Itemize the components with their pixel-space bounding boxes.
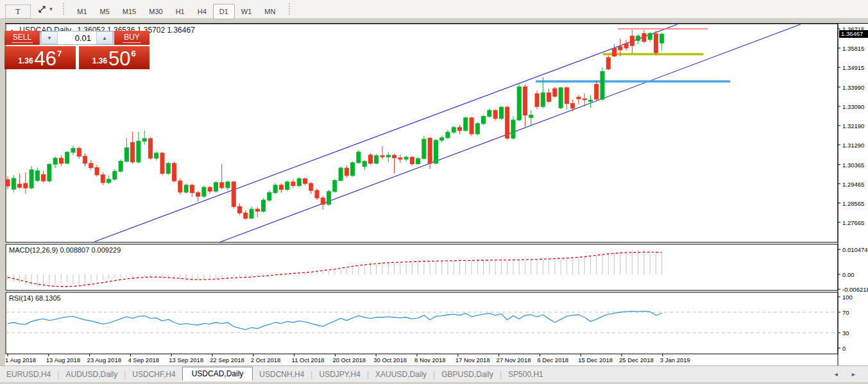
date-axis-label: 11 Oct 2018 (292, 356, 325, 363)
date-axis-label: 13 Aug 2018 (46, 356, 80, 363)
date-axis-label: 23 Aug 2018 (87, 356, 121, 363)
sell-price-panel[interactable]: 1.36 46 7 (4, 46, 76, 69)
sell-price-small: 1.36 (18, 56, 33, 65)
buy-price-big: 50 (108, 51, 130, 67)
date-axis-label: 25 Dec 2018 (619, 356, 654, 363)
tabs-holder: EURUSD,H4|AUDUSD,Daily|USDCHF,H4USDCAD,D… (0, 367, 550, 381)
timeframe-button-w1[interactable]: W1 (235, 4, 259, 19)
date-axis-label: 4 Sep 2018 (128, 356, 159, 363)
buy-button[interactable]: BUY (114, 31, 149, 45)
diagonal-arrows-icon (37, 4, 47, 14)
chart-tab-sp500-h1[interactable]: SP500,H1 (502, 368, 550, 381)
chart-tab-usdcnh-h4[interactable]: USDCNH,H4 (253, 368, 311, 381)
macd-label: MACD(12,26,9) 0.008807 0.009229 (9, 246, 121, 254)
crosshair-tool-button[interactable]: ▼ (35, 2, 56, 16)
timeframe-button-m1[interactable]: M1 (71, 4, 93, 19)
price-axis-label: 1.28565 (842, 200, 864, 207)
chart-tab-usdcad-daily[interactable]: USDCAD,Daily (182, 367, 253, 381)
date-axis-label: 8 Nov 2018 (414, 356, 446, 363)
timeframe-button-m30[interactable]: M30 (142, 4, 169, 19)
volume-increase-button[interactable]: ▲ (96, 31, 113, 44)
sell-button[interactable]: SELL (4, 31, 40, 45)
chart-tab-audusd-daily[interactable]: AUDUSD,Daily (59, 368, 124, 381)
volume-decrease-button[interactable]: ▼ (41, 31, 58, 44)
timeframe-button-mn[interactable]: MN (258, 4, 282, 19)
buy-price-panel[interactable]: 1.36 50 6 (79, 46, 150, 69)
price-axis-label: 1.32190 (842, 122, 864, 129)
toolbar-separator (63, 3, 64, 15)
timeframe-button-m5[interactable]: M5 (94, 4, 116, 19)
date-axis-label: 13 Sep 2018 (169, 356, 203, 363)
date-axis-label: 22 Sep 2018 (210, 356, 244, 363)
rsi-axis-label: 70 (842, 309, 849, 316)
date-axis-label: 30 Oct 2018 (373, 356, 407, 363)
price-axis-label: 1.27665 (842, 219, 864, 226)
date-axis-label: 27 Nov 2018 (497, 356, 531, 363)
timeframe-button-m15[interactable]: M15 (116, 4, 142, 19)
timeframe-group: M1M5M15M30H1H4D1W1MN (71, 5, 282, 16)
date-axis-label: 20 Oct 2018 (332, 356, 366, 363)
buy-button-label: BUY (123, 33, 141, 43)
chart-tab-gbpusd-daily[interactable]: GBPUSD,Daily (435, 368, 500, 381)
chart-tab-bar: EURUSD,H4|AUDUSD,Daily|USDCHF,H4USDCAD,D… (0, 365, 868, 382)
rsi-axis-label: 100 (842, 294, 853, 301)
toolbar: T ▼ M1M5M15M30H1H4D1W1MN (0, 0, 868, 19)
text-tool-icon[interactable]: T (5, 4, 31, 19)
price-axis-label: 1.31290 (842, 142, 864, 149)
current-price-marker: 1.36467 (839, 30, 868, 38)
buy-price-sup: 6 (132, 49, 136, 58)
toolbar-separator (289, 3, 290, 15)
sell-price-big: 46 (35, 51, 56, 67)
chart-tab-eurusd-h4[interactable]: EURUSD,H4 (0, 368, 57, 381)
price-axis-label: 1.33090 (842, 103, 864, 110)
macd-axis-label: -0.006218 (842, 286, 868, 293)
timeframe-button-h4[interactable]: H4 (191, 4, 213, 19)
price-axis-label: 1.35815 (842, 45, 864, 52)
chart-tab-usdjpy-h4[interactable]: USDJPY,H4 (312, 368, 366, 381)
sell-button-label: SELL (12, 33, 33, 43)
date-axis-label: 6 Dec 2018 (537, 356, 568, 363)
macd-axis-label: 0.00 (842, 271, 855, 278)
date-axis-label: 2 Oct 2018 (251, 356, 280, 363)
rsi-label: RSI(14) 68.1305 (9, 294, 61, 302)
date-axis-label: 15 Dec 2018 (578, 356, 613, 363)
sell-price-sup: 7 (57, 49, 62, 58)
timeframe-button-h1[interactable]: H1 (169, 4, 191, 19)
volume-stepper: ▼ ▲ (40, 31, 114, 45)
price-axis-label: 1.30365 (842, 162, 864, 169)
price-axis-label: 1.34915 (842, 64, 864, 71)
date-axis-label: 1 Aug 2018 (5, 356, 36, 363)
rsi-axis-label: 30 (842, 330, 849, 337)
tab-scroll-arrows[interactable]: ◄ ► (833, 371, 862, 378)
volume-input[interactable] (58, 31, 96, 44)
price-axis-label: 1.33990 (842, 84, 864, 91)
date-axis-label: 17 Nov 2018 (455, 356, 490, 363)
macd-axis-label: 0.010474 (842, 246, 868, 253)
chevron-down-icon: ▼ (48, 6, 53, 12)
chart-tab-xauusd-daily[interactable]: XAUUSD,Daily (369, 368, 433, 381)
timeframe-button-d1[interactable]: D1 (213, 4, 235, 19)
date-axis-label: 3 Jan 2019 (660, 356, 690, 363)
buy-price-small: 1.36 (92, 56, 107, 65)
one-click-trading-widget: SELL ▼ ▲ BUY 1.36 46 7 1.36 50 6 (4, 31, 149, 69)
price-axis-label: 1.29465 (842, 181, 864, 188)
rsi-axis-label: 0 (842, 345, 846, 352)
chart-tab-usdchf-h4[interactable]: USDCHF,H4 (126, 368, 182, 381)
